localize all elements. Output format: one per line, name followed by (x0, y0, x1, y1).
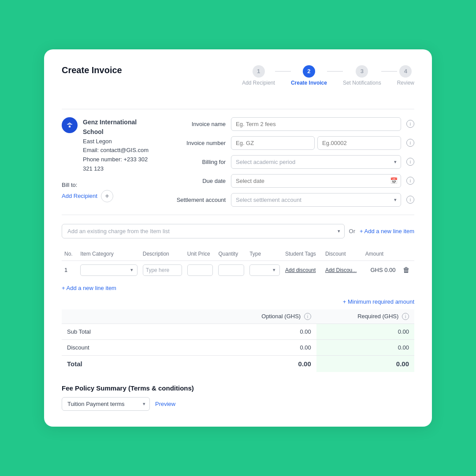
total-optional: 0.00 (219, 356, 316, 372)
invoice-number-inputs (231, 136, 401, 150)
th-quantity: Quantity (216, 247, 247, 261)
school-info: Genz International School East Legon Ema… (62, 117, 151, 174)
invoice-name-input[interactable] (231, 117, 401, 131)
due-date-wrapper: 📅 (231, 174, 401, 188)
billing-for-row: Billing for Select academic period i (168, 155, 414, 169)
invoice-number-row: Invoice number i (168, 136, 414, 150)
invoice-name-info-icon[interactable]: i (406, 120, 414, 128)
invoice-number-prefix-input[interactable] (231, 136, 315, 150)
step-connector-1 (275, 71, 291, 72)
totals-section: + Minimum required amount Optional (GHS)… (62, 298, 414, 372)
fee-policy-section: Fee Policy Summary (Terms & conditions) … (62, 384, 414, 411)
fee-policy-title: Fee Policy Summary (Terms & conditions) (62, 384, 414, 392)
th-no: No. (62, 247, 78, 261)
totals-required-header: Required (GHS) i (316, 309, 414, 324)
th-type: Type (247, 247, 283, 261)
th-student-tags: Student Tags (283, 247, 323, 261)
fee-policy-row: Tuition Payment terms Preview (62, 397, 414, 411)
add-new-line-button-bottom[interactable]: + Add a new line item (62, 285, 116, 291)
settlement-account-row: Settlement account Select settlement acc… (168, 193, 414, 207)
add-recipient-button[interactable]: + (101, 190, 113, 202)
invoice-number-label: Invoice number (168, 140, 226, 146)
due-date-input[interactable] (231, 174, 401, 188)
add-recipient-link[interactable]: Add Recipient (62, 193, 97, 199)
fee-policy-select-wrapper: Tuition Payment terms (62, 397, 150, 411)
row-category[interactable] (78, 260, 140, 279)
step-3: 3 Set Notifications (343, 65, 381, 86)
step-2-label: Create Invoice (291, 80, 327, 86)
bill-to-section: Bill to: Add Recipient + (62, 182, 151, 202)
subtotal-label: Sub Total (62, 324, 219, 340)
discount-optional: 0.00 (219, 340, 316, 356)
invoice-name-label: Invoice name (168, 121, 226, 127)
settlement-account-info-icon[interactable]: i (406, 196, 414, 204)
step-1: 1 Add Recipient (242, 65, 275, 86)
stepper: 1 Add Recipient 2 Create Invoice 3 Set N… (242, 65, 414, 86)
invoice-number-suffix-input[interactable] (317, 136, 401, 150)
totals-header-row: Optional (GHS) i Required (GHS) i (62, 309, 414, 324)
row-unit-price[interactable] (185, 260, 216, 279)
step-1-label: Add Recipient (242, 80, 275, 86)
row-type[interactable] (247, 260, 283, 279)
subtotal-required: 0.00 (316, 324, 414, 340)
charge-row: Add an existing charge from the Item lis… (62, 224, 414, 238)
step-4-circle: 4 (399, 65, 412, 78)
add-discount-button[interactable]: Add Discou... (325, 267, 357, 273)
discount-row: Discount 0.00 0.00 (62, 340, 414, 356)
total-row: Total 0.00 0.00 (62, 356, 414, 372)
discount-label: Discount (62, 340, 219, 356)
row-discount[interactable]: Add Discou... (323, 260, 363, 279)
invoice-fields: Invoice name i Invoice number i Billing … (168, 117, 414, 207)
preview-link[interactable]: Preview (155, 401, 175, 407)
totals-table: Optional (GHS) i Required (GHS) i Sub To… (62, 309, 414, 372)
delete-icon[interactable]: 🗑 (403, 266, 410, 274)
or-text: Or (349, 228, 355, 234)
subtotal-row: Sub Total 0.00 0.00 (62, 324, 414, 340)
line-items-table: No. Item Category Description Unit Price… (62, 247, 414, 279)
total-label: Total (62, 356, 219, 372)
svg-point-0 (65, 120, 74, 130)
row-delete[interactable]: 🗑 (398, 260, 414, 279)
category-select[interactable] (80, 264, 137, 276)
row-quantity[interactable] (216, 260, 247, 279)
min-required-button[interactable]: + Minimum required amount (343, 298, 414, 305)
page-title: Create Invoice (62, 65, 122, 75)
totals-empty-header (62, 309, 219, 324)
step-connector-2 (327, 71, 343, 72)
row-student-tags[interactable]: Add discount (283, 260, 323, 279)
row-description[interactable] (140, 260, 185, 279)
total-required: 0.00 (316, 356, 414, 372)
step-3-circle: 3 (356, 65, 368, 78)
required-info-icon[interactable]: i (402, 313, 409, 320)
step-3-label: Set Notifications (343, 80, 381, 86)
school-location: East Legon (83, 137, 151, 146)
step-1-circle: 1 (253, 65, 265, 78)
fee-policy-select[interactable]: Tuition Payment terms (62, 397, 150, 411)
description-input[interactable] (143, 264, 182, 276)
school-name: Genz International School (83, 117, 151, 137)
quantity-input[interactable] (218, 264, 244, 276)
invoice-number-info-icon[interactable]: i (406, 139, 414, 147)
divider-mid (62, 215, 414, 215)
discount-required: 0.00 (316, 340, 414, 356)
school-phone: Phone number: +233 302 321 123 (83, 155, 151, 174)
amount-value: GHS 0.00 (370, 267, 395, 273)
th-delete (398, 247, 414, 261)
table-header-row: No. Item Category Description Unit Price… (62, 247, 414, 261)
add-new-line-button-top[interactable]: + Add a new line item (360, 228, 414, 234)
billing-for-info-icon[interactable]: i (406, 158, 414, 166)
th-discount: Discount (323, 247, 363, 261)
settlement-account-select[interactable]: Select settlement account (231, 193, 401, 207)
type-select[interactable] (249, 264, 280, 276)
th-unit-price: Unit Price (185, 247, 216, 261)
optional-info-icon[interactable]: i (304, 313, 311, 320)
existing-charge-select[interactable]: Add an existing charge from the Item lis… (62, 224, 345, 238)
unit-price-input[interactable] (187, 264, 213, 276)
row-amount: GHS 0.00 (363, 260, 398, 279)
min-required-row: + Minimum required amount (62, 298, 414, 305)
due-date-info-icon[interactable]: i (406, 177, 414, 185)
bill-to-label: Bill to: (62, 182, 151, 188)
svg-rect-1 (69, 126, 71, 127)
billing-for-select[interactable]: Select academic period (231, 155, 401, 169)
add-discount-tags-button[interactable]: Add discount (285, 267, 316, 273)
